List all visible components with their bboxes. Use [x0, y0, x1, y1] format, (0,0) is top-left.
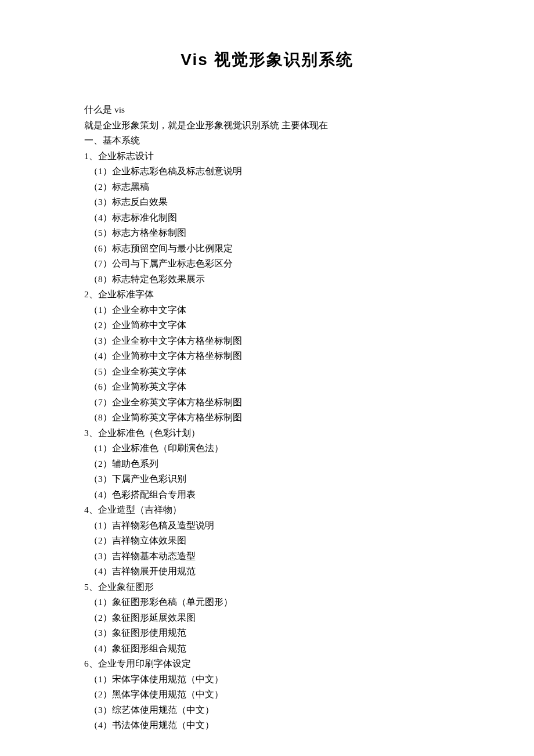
subsection-heading: 4、企业造型（吉祥物）	[84, 502, 476, 518]
list-item: （4）书法体使用规范（中文）	[84, 718, 476, 733]
list-item: （1）象征图形彩色稿（单元图形）	[84, 595, 476, 610]
list-item: （2）标志黑稿	[84, 179, 476, 195]
document-title: Vis 视觉形象识别系统	[0, 49, 534, 71]
list-item: （2）企业简称中文字体	[84, 318, 476, 333]
list-item: （8）标志特定色彩效果展示	[84, 272, 476, 287]
subsection-heading: 1、企业标志设计	[84, 149, 476, 164]
list-item: （2）黑体字体使用规范（中文）	[84, 687, 476, 703]
list-item: （3）吉祥物基本动态造型	[84, 549, 476, 564]
list-item: （6）企业简称英文字体	[84, 379, 476, 395]
list-item: （1）宋体字体使用规范（中文）	[84, 672, 476, 687]
list-item: （3）综艺体使用规范（中文）	[84, 703, 476, 718]
list-item: （4）象征图形组合规范	[84, 641, 476, 657]
list-item: （1）企业标志彩色稿及标志创意说明	[84, 164, 476, 179]
list-item: （4）色彩搭配组合专用表	[84, 487, 476, 503]
list-item: （8）企业简称英文字体方格坐标制图	[84, 410, 476, 426]
list-item: （4）企业简称中文字体方格坐标制图	[84, 348, 476, 364]
list-item: （3）象征图形使用规范	[84, 625, 476, 641]
intro-answer: 就是企业形象策划，就是企业形象视觉识别系统 主要体现在	[84, 118, 476, 134]
list-item: （5）企业全称英文字体	[84, 364, 476, 380]
list-item: （7）公司与下属产业标志色彩区分	[84, 256, 476, 272]
list-item: （1）吉祥物彩色稿及造型说明	[84, 518, 476, 534]
list-item: （2）辅助色系列	[84, 456, 476, 472]
list-item: （3）下属产业色彩识别	[84, 471, 476, 487]
list-item: （5）标志方格坐标制图	[84, 225, 476, 241]
subsection-heading: 2、企业标准字体	[84, 287, 476, 303]
list-item: （1）企业标准色（印刷演色法）	[84, 441, 476, 456]
document-body: 什么是 vis 就是企业形象策划，就是企业形象视觉识别系统 主要体现在 一、基本…	[0, 102, 534, 733]
subsection-heading: 3、企业标准色（色彩计划）	[84, 426, 476, 441]
list-item: （3）标志反白效果	[84, 195, 476, 210]
list-item: （4）吉祥物展开使用规范	[84, 564, 476, 579]
list-item: （2）吉祥物立体效果图	[84, 533, 476, 549]
intro-question: 什么是 vis	[84, 102, 476, 118]
list-item: （3）企业全称中文字体方格坐标制图	[84, 333, 476, 349]
list-item: （4）标志标准化制图	[84, 210, 476, 226]
list-item: （1）企业全称中文字体	[84, 303, 476, 318]
list-item: （7）企业全称英文字体方格坐标制图	[84, 395, 476, 411]
subsection-heading: 5、企业象征图形	[84, 579, 476, 595]
list-item: （6）标志预留空间与最小比例限定	[84, 241, 476, 257]
list-item: （2）象征图形延展效果图	[84, 610, 476, 626]
subsection-heading: 6、企业专用印刷字体设定	[84, 656, 476, 672]
section-header: 一、基本系统	[84, 133, 476, 149]
